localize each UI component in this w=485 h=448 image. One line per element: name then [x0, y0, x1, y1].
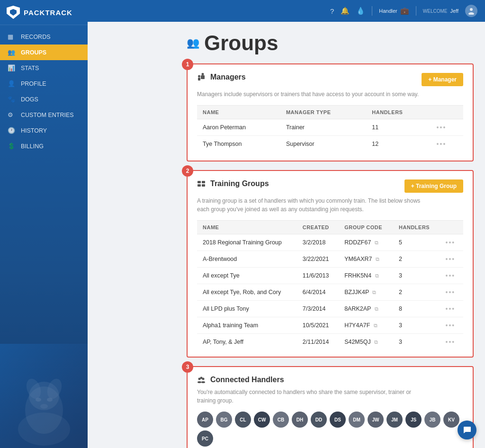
row-menu-icon[interactable]: ••• — [446, 239, 456, 246]
handler-avatar[interactable]: DH — [292, 412, 308, 428]
managers-description: Managers include supervisors or trainers… — [197, 90, 424, 99]
handler-avatar[interactable]: JB — [424, 412, 440, 428]
connected-handlers-section: 3 Connected Handlers You're automaticall… — [187, 366, 474, 448]
sidebar-item-dogs-label: DOGS — [21, 96, 38, 103]
app-logo[interactable]: PACKTRACK — [0, 0, 88, 25]
row-menu-icon[interactable]: ••• — [446, 322, 456, 329]
handler-avatar[interactable]: JW — [368, 412, 384, 428]
table-row: Alpha1 training Team 10/5/2021 H7Y4A7F ⧉… — [197, 317, 463, 334]
group-actions[interactable]: ••• — [440, 334, 463, 349]
sidebar-item-custom-entries-label: CUSTOM ENTRIES — [21, 112, 74, 118]
managers-col-name: NAME — [197, 106, 280, 119]
row-menu-icon[interactable]: ••• — [446, 255, 456, 263]
handler-avatar[interactable]: JM — [386, 412, 403, 428]
sidebar-item-billing[interactable]: 💲 BILLING — [0, 138, 88, 154]
sidebar-item-history[interactable]: 🕐 HISTORY — [0, 123, 88, 138]
group-actions[interactable]: ••• — [440, 284, 463, 301]
row-menu-icon[interactable]: ••• — [446, 288, 456, 296]
copy-icon[interactable]: ⧉ — [375, 273, 379, 278]
copy-icon[interactable]: ⧉ — [374, 323, 377, 328]
manager-actions[interactable]: ••• — [431, 119, 463, 136]
manager-name: Tye Thompson — [197, 136, 280, 152]
sidebar-dog-image — [0, 344, 88, 448]
copy-icon[interactable]: ⧉ — [375, 306, 378, 312]
training-groups-table-wrap[interactable]: NAME CREATED GROUP CODE HANDLERS 2018 Re… — [197, 220, 463, 348]
chat-button[interactable] — [458, 421, 476, 439]
svg-rect-18 — [202, 184, 205, 187]
group-actions[interactable]: ••• — [440, 234, 463, 251]
managers-icon — [197, 73, 206, 81]
row-menu-icon[interactable]: ••• — [437, 140, 447, 148]
handler-avatar[interactable]: CB — [273, 412, 289, 428]
group-name: A-Brentwood — [197, 251, 297, 268]
row-menu-icon[interactable]: ••• — [446, 272, 456, 279]
svg-point-21 — [200, 377, 203, 379]
handler-avatar[interactable]: DS — [330, 412, 346, 428]
group-code: H7Y4A7F ⧉ — [339, 317, 393, 334]
sidebar-item-profile[interactable]: 👤 PROFILE — [0, 76, 88, 91]
group-handlers: 5 — [393, 234, 440, 251]
droplet-icon[interactable]: 💧 — [356, 7, 365, 15]
stats-icon: 📊 — [8, 64, 16, 72]
sidebar-item-stats-label: STATS — [21, 65, 39, 72]
handler-avatar[interactable]: CL — [235, 412, 251, 428]
user-avatar[interactable] — [465, 5, 477, 17]
group-actions[interactable]: ••• — [440, 301, 463, 317]
sidebar-item-dogs[interactable]: 🐾 DOGS — [0, 91, 88, 107]
handler-avatar[interactable]: PC — [197, 430, 213, 447]
group-actions[interactable]: ••• — [440, 268, 463, 284]
handler-avatar[interactable]: AP — [197, 412, 213, 428]
sidebar-item-groups[interactable]: 👥 GROUPS — [0, 45, 88, 60]
page-title: Groups — [204, 31, 278, 55]
managers-section-header: Managers + Manager — [197, 73, 463, 86]
managers-table-body: Aaron Peterman Trainer 11 ••• Tye Thomps… — [197, 119, 463, 152]
handler-avatar[interactable]: DM — [349, 412, 365, 428]
copy-icon[interactable]: ⧉ — [376, 256, 379, 262]
custom-entries-icon: ⚙ — [8, 111, 16, 118]
group-handlers: 2 — [393, 284, 440, 301]
add-manager-button[interactable]: + Manager — [422, 73, 463, 86]
group-code: FRHK5N4 ⧉ — [339, 268, 393, 284]
logo-shield — [7, 6, 20, 19]
group-code: RDDZF67 ⧉ — [339, 234, 393, 251]
manager-actions[interactable]: ••• — [431, 136, 463, 152]
main-content: 👥 Groups 1 Managers + Manager Managers i… — [175, 22, 485, 448]
manager-type: Supervisor — [280, 136, 366, 152]
help-icon[interactable]: ? — [330, 7, 334, 15]
manager-handlers: 11 — [366, 119, 431, 136]
group-actions[interactable]: ••• — [440, 317, 463, 334]
group-handlers: 3 — [393, 334, 440, 349]
group-name: AP, Tony, & Jeff — [197, 334, 297, 349]
group-name: All except Tye, Rob, and Cory — [197, 284, 297, 301]
notifications-icon[interactable]: 🔔 — [341, 7, 350, 15]
handler-avatar[interactable]: JS — [405, 412, 422, 428]
copy-icon[interactable]: ⧉ — [375, 240, 378, 245]
group-name: All LPD plus Tony — [197, 301, 297, 317]
handler-avatar[interactable]: DD — [311, 412, 327, 428]
copy-icon[interactable]: ⧉ — [372, 289, 376, 295]
svg-point-22 — [198, 381, 201, 383]
sidebar-item-custom-entries[interactable]: ⚙ CUSTOM ENTRIES — [0, 107, 88, 123]
group-handlers: 2 — [393, 251, 440, 268]
tg-col-code: GROUP CODE — [339, 221, 393, 234]
handler-avatar[interactable]: BG — [216, 412, 232, 428]
row-menu-icon[interactable]: ••• — [446, 305, 456, 313]
topbar-divider2 — [416, 6, 416, 16]
training-groups-table-body: 2018 Regional Training Group 3/2/2018 RD… — [197, 234, 463, 349]
add-training-group-button[interactable]: + Training Group — [404, 179, 463, 193]
row-menu-icon[interactable]: ••• — [437, 124, 447, 131]
training-groups-table: NAME CREATED GROUP CODE HANDLERS 2018 Re… — [197, 220, 463, 348]
handler-avatar[interactable]: KV — [443, 412, 459, 428]
svg-rect-11 — [198, 78, 200, 81]
group-actions[interactable]: ••• — [440, 251, 463, 268]
handler-avatar[interactable]: CW — [254, 412, 270, 428]
sidebar-item-records[interactable]: ▦ RECORDS — [0, 29, 88, 45]
table-row: AP, Tony, & Jeff 2/11/2014 S42M5QJ ⧉ 3 •… — [197, 334, 463, 349]
topbar-user-role: Handler 💼 — [379, 7, 409, 15]
copy-icon[interactable]: ⧉ — [374, 339, 378, 345]
table-row: A-Brentwood 3/22/2021 YM6AXR7 ⧉ 2 ••• — [197, 251, 463, 268]
row-menu-icon[interactable]: ••• — [446, 338, 456, 346]
svg-point-7 — [47, 398, 53, 402]
billing-icon: 💲 — [8, 143, 16, 150]
sidebar-item-stats[interactable]: 📊 STATS — [0, 60, 88, 76]
